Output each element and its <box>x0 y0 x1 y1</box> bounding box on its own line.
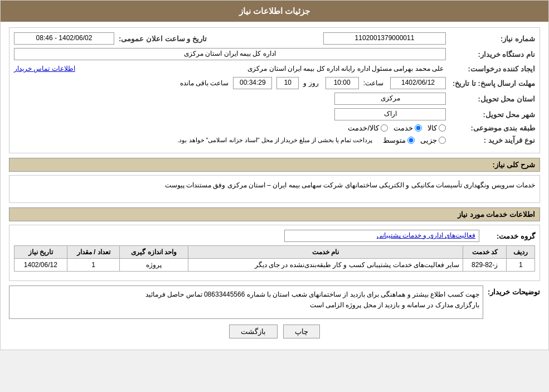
category-label: طبقه بندی موضوعی: <box>446 124 535 132</box>
buttons-row: بازگشت چاپ <box>9 325 540 338</box>
page-title: جزئیات اطلاعات نیاز <box>239 6 310 16</box>
deadline-time: 10:00 <box>325 77 359 89</box>
announce-label: تاریخ و ساعت اعلان عمومی: <box>114 35 207 43</box>
service-group-label: گروه خدمت: <box>479 232 535 240</box>
basic-info-section: شماره نیاز: 1102001379000011 تاریخ و ساع… <box>9 27 540 153</box>
services-inner: گروه خدمت: فعالیت‌های اداری و خدمات پشتی… <box>9 225 540 281</box>
table-row: 1 ز-82-829 سایر فعالیت‌های خدمات پشتیبان… <box>14 259 535 272</box>
category-radio-khedmat[interactable] <box>415 124 422 132</box>
description-section: شرح کلی نیاز: خدمات سرویس ونگهداری تأسیس… <box>9 158 540 203</box>
category-radio-both[interactable] <box>381 124 388 132</box>
creator-label: ایجاد کننده درخواست: <box>446 65 535 73</box>
creator-row: ایجاد کننده درخواست: علی محمد بهرامی مسئ… <box>14 64 535 74</box>
deadline-remaining: 00:34:29 <box>233 77 272 89</box>
province-row: استان محل تحویل: مرکزی <box>14 93 535 105</box>
deadline-label: مهلت ارسال پاسخ: تا تاریخ: <box>446 79 535 88</box>
purchase-type-partial: جزیی <box>420 136 446 144</box>
category-option-kala: کالا <box>427 124 446 132</box>
services-section: اطلاعات خدمات مورد نیاز گروه خدمت: فعالی… <box>9 207 540 281</box>
notes-label: توضیحات خریدار: <box>483 285 540 296</box>
description-value: خدمات سرویس ونگهداری تأسیسات مکانیکی و ا… <box>9 175 540 203</box>
deadline-remaining-label: ساعت باقی مانده <box>178 78 231 88</box>
services-table: ردیف کد خدمت نام خدمت واحد اندازه گیری ت… <box>14 245 535 272</box>
need-number-label: شماره نیاز: <box>446 35 535 43</box>
cell-row: 1 <box>507 259 535 272</box>
purchase-label-medium: متوسط <box>383 136 406 144</box>
col-date: تاریخ نیاز <box>14 246 67 259</box>
announce-value: 1402/06/02 - 08:46 <box>14 32 114 45</box>
col-row: ردیف <box>507 246 535 259</box>
print-button[interactable]: چاپ <box>283 325 320 338</box>
category-radio-group: کالا خدمت کالا/خدمت <box>348 124 446 132</box>
notes-row: توضیحات خریدار: جهت کسب اطلاع بیشتر و هم… <box>9 285 540 319</box>
category-label-kala: کالا <box>427 124 437 132</box>
cell-unit: پروژه <box>120 259 188 272</box>
col-unit: واحد اندازه گیری <box>120 246 188 259</box>
service-group-row: گروه خدمت: فعالیت‌های اداری و خدمات پشتی… <box>14 230 535 242</box>
col-qty: تعداد / مقدار <box>67 246 120 259</box>
cell-code: ز-82-829 <box>463 259 507 272</box>
notes-value: جهت کسب اطلاع بیشتر و هماهنگی برای بازدی… <box>9 285 483 319</box>
purchase-radio-partial[interactable] <box>439 137 446 144</box>
purchase-type-label: نوع فرآیند خرید : <box>446 136 535 144</box>
category-option-khedmat: خدمت <box>393 124 422 132</box>
purchase-type-note: پرداخت تمام یا بخشی از مبلغ خریدار از مح… <box>175 135 375 145</box>
deadline-row: مهلت ارسال پاسخ: تا تاریخ: 1402/06/12 سا… <box>14 77 535 89</box>
cell-qty: 1 <box>67 259 120 272</box>
buyer-name-value: اداره کل بیمه ایران استان مرکزی <box>14 48 446 60</box>
cell-name: سایر فعالیت‌های خدمات پشتیبانی کسب و کار… <box>188 259 463 272</box>
buyer-name-label: نام دستگاه خریدار: <box>446 50 535 59</box>
category-label-both: کالا/خدمت <box>348 124 379 132</box>
purchase-type-group: جزیی متوسط <box>383 136 446 144</box>
deadline-time-label: ساعت: <box>361 78 386 88</box>
cell-date: 1402/06/12 <box>14 259 67 272</box>
category-row: طبقه بندی موضوعی: کالا خدمت کالا/خدمت <box>14 124 535 132</box>
contact-link[interactable]: اطلاعات تماس خریدار <box>14 65 75 72</box>
purchase-radio-medium[interactable] <box>407 137 415 144</box>
buyer-name-row: نام دستگاه خریدار: اداره کل بیمه ایران ا… <box>14 48 535 60</box>
deadline-days: 10 <box>276 77 299 89</box>
creator-value: علی محمد بهرامی مسئول اداره رایانه اداره… <box>81 64 446 74</box>
service-group-value[interactable]: فعالیت‌های اداری و خدمات پشتیبانی <box>284 230 479 242</box>
purchase-type-row: نوع فرآیند خرید : جزیی متوسط پرداخت تمام… <box>14 135 535 145</box>
need-number-value: 1102001379000011 <box>323 32 446 45</box>
page-header: جزئیات اطلاعات نیاز <box>1 1 548 22</box>
category-radio-kala[interactable] <box>439 124 446 132</box>
purchase-label-partial: جزیی <box>420 136 437 144</box>
city-value: اراک <box>334 108 446 120</box>
city-row: شهر محل تحویل: اراک <box>14 108 535 120</box>
purchase-type-medium: متوسط <box>383 136 415 144</box>
notes-section: توضیحات خریدار: جهت کسب اطلاع بیشتر و هم… <box>9 285 540 319</box>
need-number-row: شماره نیاز: 1102001379000011 تاریخ و ساع… <box>14 32 535 45</box>
services-title: اطلاعات خدمات مورد نیاز <box>9 207 540 221</box>
col-name: نام خدمت <box>188 246 463 259</box>
deadline-date: 1402/06/12 <box>390 77 446 89</box>
description-title: شرح کلی نیاز: <box>9 158 540 172</box>
category-option-both: کالا/خدمت <box>348 124 388 132</box>
city-label: شهر محل تحویل: <box>446 110 535 119</box>
province-label: استان محل تحویل: <box>446 95 535 103</box>
category-label-khedmat: خدمت <box>393 124 413 132</box>
col-code: کد خدمت <box>463 246 507 259</box>
province-value: مرکزی <box>334 93 446 105</box>
back-button[interactable]: بازگشت <box>229 325 278 338</box>
deadline-days-label: روز و <box>301 78 320 88</box>
